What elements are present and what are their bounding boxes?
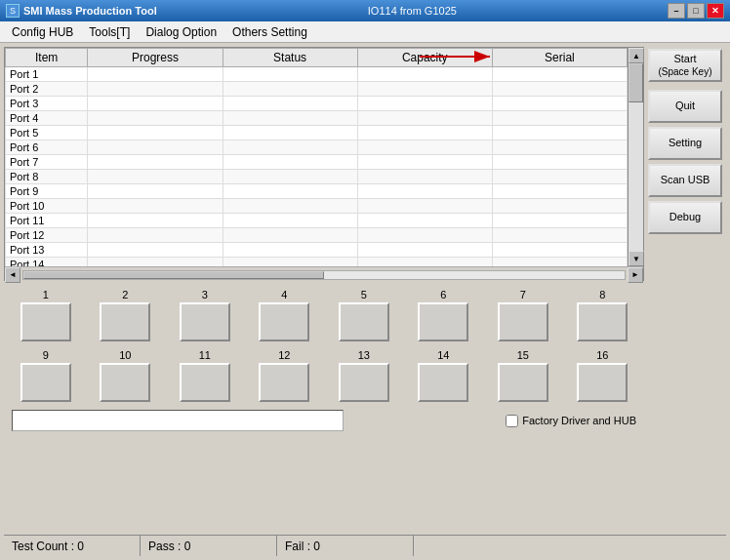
port-12: 12 (247, 349, 323, 402)
port-14-label: 14 (437, 349, 449, 361)
table-row: Port 12 (6, 228, 628, 243)
progress-cell (88, 170, 223, 184)
right-panel: Start (Space Key) Quit Setting Scan USB … (648, 47, 726, 531)
capacity-cell (357, 111, 492, 126)
scroll-thumb[interactable] (629, 63, 643, 102)
serial-cell (492, 170, 627, 184)
serial-cell (492, 243, 627, 258)
progress-cell (88, 258, 223, 267)
port-6: 6 (406, 289, 482, 341)
port-16-label: 16 (596, 349, 608, 361)
capacity-cell (357, 258, 492, 267)
port-10-box (100, 363, 150, 402)
port-14-box (418, 363, 468, 402)
maximize-button[interactable]: □ (687, 3, 705, 19)
port-4-box (259, 302, 309, 341)
factory-driver-label: Factory Driver and HUB (522, 415, 636, 426)
port-9-box (20, 363, 71, 402)
port-name-cell: Port 2 (6, 82, 88, 97)
progress-cell (88, 126, 223, 140)
table-row: Port 7 (6, 155, 628, 170)
quit-button[interactable]: Quit (648, 90, 722, 123)
table-row: Port 3 (6, 97, 628, 111)
port-3-label: 3 (202, 289, 208, 300)
port-5: 5 (326, 289, 402, 341)
factory-driver-checkbox[interactable] (506, 415, 518, 427)
menu-config-hub[interactable]: Config HUB (4, 23, 81, 41)
status-cell (223, 111, 357, 126)
port-7-box (498, 302, 548, 341)
table-row: Port 4 (6, 111, 628, 126)
main-input-field[interactable] (12, 410, 344, 431)
main-content: Item Progress Status Capacity Serial Por… (0, 43, 730, 560)
progress-cell (88, 82, 223, 97)
progress-cell (88, 155, 223, 170)
serial-cell (492, 126, 627, 140)
capacity-cell (357, 67, 492, 82)
status-cell (223, 228, 357, 243)
test-count-status: Test Count : 0 (4, 536, 141, 556)
table-row: Port 10 (6, 199, 628, 214)
port-13-box (339, 363, 389, 402)
port-11-label: 11 (199, 349, 211, 361)
horizontal-scrollbar[interactable]: ◄ ► (5, 266, 643, 282)
input-bar: Factory Driver and HUB (4, 406, 644, 435)
start-button[interactable]: Start (Space Key) (648, 49, 722, 82)
port-name-cell: Port 3 (6, 97, 88, 111)
vertical-scrollbar[interactable]: ▲ ▼ (628, 48, 643, 266)
port-16-box (577, 363, 628, 402)
port-4-label: 4 (281, 289, 287, 300)
port-name-cell: Port 12 (6, 228, 88, 243)
close-button[interactable]: ✕ (707, 3, 724, 19)
serial-cell (492, 199, 627, 214)
status-cell (223, 243, 357, 258)
debug-button[interactable]: Debug (648, 201, 722, 234)
progress-cell (88, 228, 223, 243)
capacity-cell (357, 184, 492, 199)
status-cell (223, 199, 357, 214)
port-14: 14 (406, 349, 482, 402)
hscroll-right-button[interactable]: ► (628, 267, 643, 283)
port-13: 13 (326, 349, 402, 402)
scan-usb-button[interactable]: Scan USB (648, 164, 722, 197)
table-scroll[interactable]: Item Progress Status Capacity Serial Por… (5, 48, 628, 266)
capacity-cell (357, 243, 492, 258)
menu-dialog-option[interactable]: Dialog Option (138, 23, 224, 41)
port-11-box (180, 363, 230, 402)
serial-cell (492, 184, 627, 199)
port-2-box (100, 302, 150, 341)
table-row: Port 11 (6, 214, 628, 228)
title-center-text: IO114 from G1025 (157, 5, 668, 17)
serial-cell (492, 155, 627, 170)
progress-cell (88, 243, 223, 258)
col-header-status: Status (223, 49, 357, 67)
serial-cell (492, 97, 627, 111)
ports-table-container: Item Progress Status Capacity Serial Por… (4, 47, 644, 281)
progress-cell (88, 140, 223, 155)
port-name-cell: Port 7 (6, 155, 88, 170)
minimize-button[interactable]: – (668, 3, 685, 19)
setting-button[interactable]: Setting (648, 127, 722, 160)
col-header-capacity: Capacity (357, 49, 492, 67)
port-name-cell: Port 1 (6, 67, 88, 82)
port-1-box (20, 302, 71, 341)
table-row: Port 9 (6, 184, 628, 199)
port-2-label: 2 (122, 289, 128, 300)
table-row: Port 5 (6, 126, 628, 140)
scroll-track (629, 63, 643, 251)
port-15: 15 (485, 349, 561, 402)
hscroll-left-button[interactable]: ◄ (5, 267, 20, 283)
port-10-label: 10 (119, 349, 131, 361)
port-11: 11 (167, 349, 243, 402)
capacity-cell (357, 199, 492, 214)
progress-cell (88, 97, 223, 111)
capacity-cell (357, 140, 492, 155)
progress-cell (88, 111, 223, 126)
menu-others-setting[interactable]: Others Setting (224, 23, 315, 41)
menu-tools[interactable]: Tools[T] (81, 23, 138, 41)
left-panel: Item Progress Status Capacity Serial Por… (4, 47, 644, 531)
hscroll-thumb[interactable] (23, 271, 324, 279)
scroll-up-button[interactable]: ▲ (629, 48, 644, 63)
table-row: Port 1 (6, 67, 628, 82)
scroll-down-button[interactable]: ▼ (629, 251, 644, 266)
